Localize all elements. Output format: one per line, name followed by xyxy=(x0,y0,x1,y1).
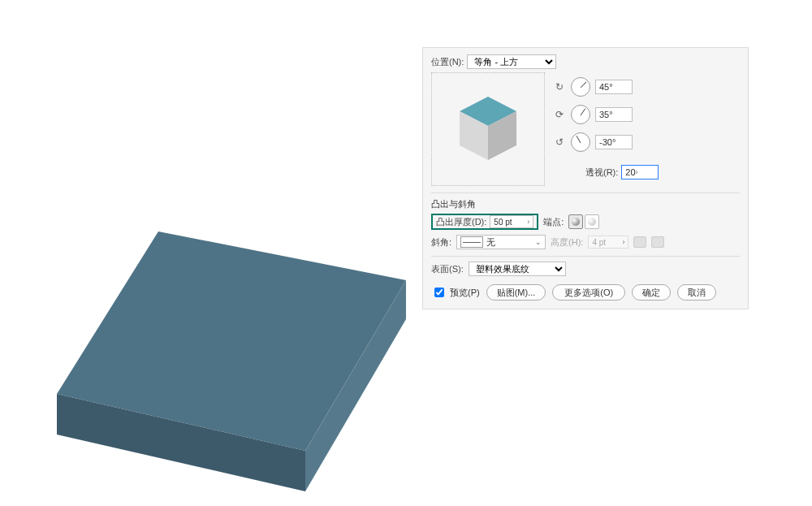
cap-hollow-button[interactable] xyxy=(585,214,599,229)
map-art-label: 贴图(M)... xyxy=(497,287,536,299)
canvas-3d-shape xyxy=(57,231,406,506)
preview-checkbox-label: 预览(P) xyxy=(450,287,480,299)
rotate-z-input[interactable]: -30° xyxy=(595,135,633,149)
perspective-value: 20 xyxy=(625,167,635,177)
extrude-depth-highlight: 凸出厚度(D): 50 pt › xyxy=(431,214,538,230)
3d-extrude-dialog: 位置(N): 等角 - 上方 ↻ 45° ⟳ xyxy=(422,47,749,309)
preview-checkbox[interactable] xyxy=(434,288,444,297)
rotate-y-input[interactable]: 35° xyxy=(595,107,633,122)
rotate-x-dial[interactable] xyxy=(571,77,590,97)
surface-select[interactable]: 塑料效果底纹 xyxy=(469,262,566,276)
rotate-y-value: 35° xyxy=(599,110,613,119)
bevel-height-label: 高度(H): xyxy=(551,236,583,249)
bevel-height-input: 4 pt › xyxy=(588,236,628,249)
map-art-button[interactable]: 贴图(M)... xyxy=(486,284,546,301)
bevel-in-icon xyxy=(633,236,646,248)
rotate-z-dial[interactable] xyxy=(571,132,590,152)
extrude-section-title: 凸出与斜角 xyxy=(431,198,740,210)
divider xyxy=(431,192,740,193)
chevron-right-icon: › xyxy=(622,238,624,246)
rotate-z-icon: ↺ xyxy=(553,136,566,149)
cancel-label: 取消 xyxy=(688,287,706,299)
cancel-button[interactable]: 取消 xyxy=(677,284,716,301)
rotate-y-dial[interactable] xyxy=(571,105,590,124)
rotate-x-input[interactable]: 45° xyxy=(595,80,633,94)
ok-label: 确定 xyxy=(642,287,660,299)
rotate-x-value: 45° xyxy=(599,82,613,92)
cube-preview[interactable] xyxy=(431,72,545,186)
cap-solid-button[interactable] xyxy=(568,214,583,229)
surface-label: 表面(S): xyxy=(431,263,464,275)
extrude-depth-value: 50 pt xyxy=(494,218,512,227)
rotate-y-icon: ⟳ xyxy=(553,108,566,121)
position-select[interactable]: 等角 - 上方 xyxy=(467,54,556,69)
bevel-select[interactable]: 无 ⌄ xyxy=(456,235,546,249)
bevel-out-icon xyxy=(651,236,664,248)
preview-checkbox-wrap[interactable]: 预览(P) xyxy=(431,285,480,300)
chevron-right-icon: › xyxy=(636,168,638,176)
chevron-down-icon: ⌄ xyxy=(535,238,542,246)
chevron-right-icon: › xyxy=(527,218,529,226)
cap-label: 端点: xyxy=(543,216,564,228)
perspective-input[interactable]: 20 › xyxy=(621,165,659,179)
divider xyxy=(431,256,740,257)
ok-button[interactable]: 确定 xyxy=(632,284,671,301)
more-options-button[interactable]: 更多选项(O) xyxy=(552,284,625,301)
rotate-x-icon: ↻ xyxy=(553,80,566,93)
more-options-label: 更多选项(O) xyxy=(564,287,613,299)
extrude-depth-label: 凸出厚度(D): xyxy=(436,216,486,228)
extrude-depth-input[interactable]: 50 pt › xyxy=(490,215,533,228)
position-label: 位置(N): xyxy=(431,56,464,68)
bevel-value: 无 xyxy=(486,236,495,249)
bevel-label: 斜角: xyxy=(431,236,451,249)
rotation-controls: ↻ 45° ⟳ 35° ↺ -30° 透视(R xyxy=(553,72,659,179)
rotate-z-value: -30° xyxy=(599,137,615,147)
perspective-label: 透视(R): xyxy=(585,167,618,179)
bevel-height-value: 4 pt xyxy=(592,238,606,247)
bevel-swatch-icon xyxy=(460,236,483,248)
